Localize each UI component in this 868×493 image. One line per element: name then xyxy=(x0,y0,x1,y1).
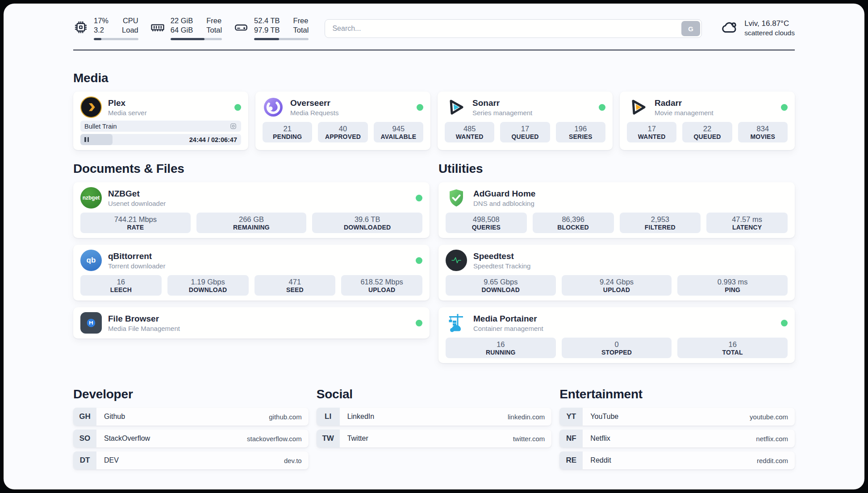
overseerr-icon xyxy=(263,96,284,118)
search-input[interactable] xyxy=(325,19,702,38)
ram-icon xyxy=(150,16,165,40)
bookmark-abbr: DT xyxy=(73,451,96,469)
app-card-nzbget[interactable]: nzbget NZBGet Usenet downloader 744.21 M… xyxy=(73,182,430,238)
section-title-social: Social xyxy=(317,387,552,401)
search-bar: G xyxy=(325,19,702,38)
disk-progressbar xyxy=(254,38,309,40)
bookmark-stackoverflow[interactable]: SO StackOverflow stackoverflow.com xyxy=(73,430,309,447)
bookmark-name: LinkedIn xyxy=(347,413,375,421)
stat-box: 2,953FILTERED xyxy=(620,213,701,233)
stat-box: 17QUEUED xyxy=(500,122,550,142)
filebrowser-icon xyxy=(80,312,102,334)
bookmark-url: linkedin.com xyxy=(508,413,545,421)
app-card-speedtest[interactable]: Speedtest Speedtest Tracking 9.65 GbpsDO… xyxy=(438,245,795,301)
now-playing-title: Bullet Train xyxy=(84,123,230,130)
disk-labels: FreeTotal xyxy=(293,16,309,35)
bookmark-reddit[interactable]: RE Reddit reddit.com xyxy=(559,451,795,469)
app-name: Sonarr xyxy=(472,98,532,109)
app-name: Radarr xyxy=(655,98,714,109)
disk-values: 52.4 TB97.9 TB xyxy=(254,16,280,35)
disk-icon xyxy=(234,16,249,40)
app-description: Media Requests xyxy=(290,109,338,117)
bookmark-abbr: NF xyxy=(559,430,583,447)
playback-time: 24:44 / 02:06:47 xyxy=(189,136,237,143)
stat-box: 21PENDING xyxy=(263,122,312,142)
cpu-widget: 17%3.2 CPULoad xyxy=(73,16,138,40)
stat-box: 40APPROVED xyxy=(318,122,367,142)
bookmark-name: Twitter xyxy=(347,435,368,443)
bookmark-url: reddit.com xyxy=(757,457,788,464)
stat-box: 16TOTAL xyxy=(677,338,788,358)
stat-box: 39.6 TBDOWNLOADED xyxy=(312,213,422,233)
app-name: NZBGet xyxy=(108,188,166,199)
bookmark-name: YouTube xyxy=(590,413,618,421)
playback-progressbar: 24:44 / 02:06:47 xyxy=(80,134,241,145)
stat-box: 485WANTED xyxy=(445,122,494,142)
bookmark-name: StackOverflow xyxy=(104,435,150,443)
weather-condition: scattered clouds xyxy=(744,29,795,38)
status-online-dot xyxy=(599,104,605,111)
now-playing-modal-icon[interactable] xyxy=(230,122,237,130)
bookmark-dev[interactable]: DT DEV dev.to xyxy=(73,451,309,469)
app-card-qbittorrent[interactable]: qb qBittorrent Torrent downloader 16LEEC… xyxy=(73,245,430,301)
app-card-overseerr[interactable]: Overseerr Media Requests 21PENDING 40APP… xyxy=(255,92,430,150)
section-title-developer: Developer xyxy=(73,387,309,401)
app-card-radarr[interactable]: Radarr Movie management 17WANTED 22QUEUE… xyxy=(620,92,795,150)
cloud-icon xyxy=(720,18,739,38)
bookmark-netflix[interactable]: NF Netflix netflix.com xyxy=(559,430,795,447)
status-online-dot xyxy=(416,257,422,264)
dashboard-page: 17%3.2 CPULoad xyxy=(4,4,864,489)
stat-box: 196SERIES xyxy=(556,122,605,142)
stat-box: 834MOVIES xyxy=(738,122,788,142)
bookmark-url: twitter.com xyxy=(513,435,545,443)
ram-progressbar xyxy=(171,38,222,40)
pause-icon[interactable] xyxy=(84,137,89,142)
app-name: Plex xyxy=(108,98,147,109)
cpu-labels: CPULoad xyxy=(122,16,138,35)
app-description: DNS and adblocking xyxy=(473,199,535,208)
bookmark-name: Netflix xyxy=(590,435,610,443)
app-name: Media Portainer xyxy=(473,313,543,324)
bookmark-url: netflix.com xyxy=(756,435,788,443)
stat-box: 498,508QUERIES xyxy=(446,213,527,233)
app-card-sonarr[interactable]: Sonarr Series management 485WANTED 17QUE… xyxy=(438,92,613,150)
stat-box: 16LEECH xyxy=(80,275,162,296)
ram-values: 22 GiB64 GiB xyxy=(171,16,193,35)
bookmark-name: DEV xyxy=(104,456,119,464)
app-card-filebrowser[interactable]: File Browser Media File Management xyxy=(73,307,430,338)
search-engine-button[interactable]: G xyxy=(681,21,700,36)
bookmark-youtube[interactable]: YT YouTube youtube.com xyxy=(559,408,795,426)
bookmark-url: dev.to xyxy=(284,457,302,464)
app-card-portainer[interactable]: Media Portainer Container management 16R… xyxy=(438,307,795,363)
bookmark-linkedin[interactable]: LI LinkedIn linkedin.com xyxy=(317,408,552,426)
app-name: File Browser xyxy=(108,313,180,324)
header-divider xyxy=(73,50,795,50)
app-card-plex[interactable]: Plex Media server Bullet Train xyxy=(73,92,248,150)
app-description: Movie management xyxy=(655,109,714,117)
app-description: Container management xyxy=(473,324,543,333)
section-title-media: Media xyxy=(73,71,795,85)
ram-widget: 22 GiB64 GiB FreeTotal xyxy=(150,16,222,40)
stat-box: 0.993 msPING xyxy=(677,275,788,296)
adguard-icon xyxy=(446,187,467,209)
stat-box: 266 GBREMAINING xyxy=(196,213,307,233)
status-online-dot xyxy=(781,104,788,111)
bookmark-url: github.com xyxy=(269,413,301,421)
weather-widget: Lviv, 16.87°C scattered clouds xyxy=(720,18,795,38)
portainer-icon xyxy=(446,312,467,334)
stat-box: 9.24 GbpsUPLOAD xyxy=(562,275,672,296)
bookmark-twitter[interactable]: TW Twitter twitter.com xyxy=(317,430,552,447)
status-online-dot xyxy=(416,195,422,201)
bookmark-name: Github xyxy=(104,413,125,421)
weather-location-temp: Lviv, 16.87°C xyxy=(744,19,795,29)
app-card-adguard[interactable]: AdGuard Home DNS and adblocking 498,508Q… xyxy=(438,182,795,238)
stat-box: 17WANTED xyxy=(627,122,676,142)
app-name: Speedtest xyxy=(473,251,530,262)
stat-box: 744.21 MbpsRATE xyxy=(80,213,191,233)
stat-box: 0STOPPED xyxy=(562,338,672,358)
now-playing-row: Bullet Train xyxy=(80,121,241,132)
app-description: Speedtest Tracking xyxy=(473,262,530,270)
stat-box: 9.65 GbpsDOWNLOAD xyxy=(446,275,556,296)
status-online-dot xyxy=(781,320,788,326)
bookmark-github[interactable]: GH Github github.com xyxy=(73,408,309,426)
